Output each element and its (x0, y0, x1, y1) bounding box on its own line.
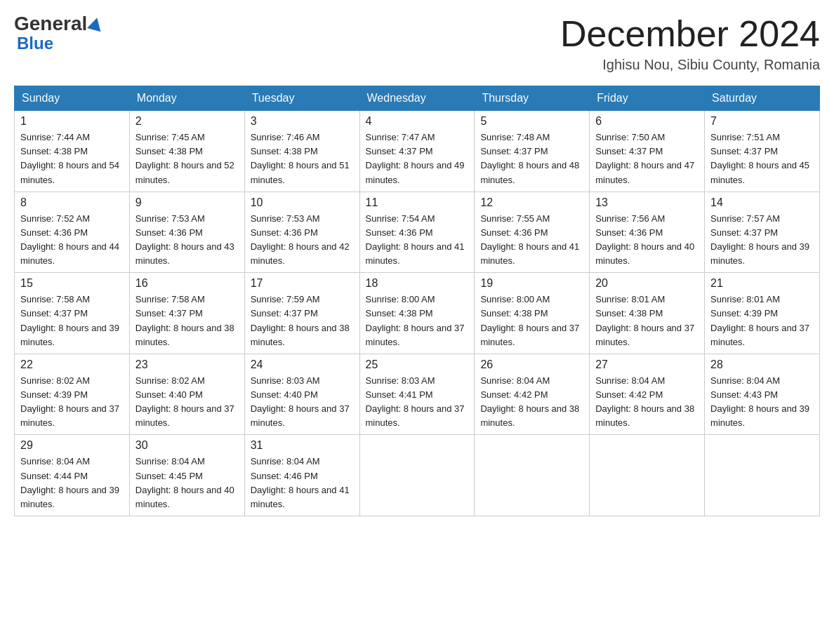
day-number: 20 (595, 277, 699, 290)
day-number: 27 (595, 358, 699, 371)
day-number: 24 (251, 358, 354, 371)
day-info: Sunrise: 7:46 AMSunset: 4:38 PMDaylight:… (251, 130, 354, 187)
day-info: Sunrise: 7:52 AMSunset: 4:36 PMDaylight:… (20, 212, 124, 269)
calendar-cell: 25Sunrise: 8:03 AMSunset: 4:41 PMDayligh… (359, 354, 475, 435)
calendar-cell: 24Sunrise: 8:03 AMSunset: 4:40 PMDayligh… (244, 354, 359, 435)
day-info: Sunrise: 8:04 AMSunset: 4:44 PMDaylight:… (20, 455, 124, 511)
day-number: 28 (710, 358, 814, 371)
week-row-5: 29Sunrise: 8:04 AMSunset: 4:44 PMDayligh… (15, 435, 820, 516)
day-number: 4 (366, 115, 469, 128)
day-number: 6 (595, 115, 699, 128)
day-number: 5 (480, 115, 583, 128)
calendar-cell: 12Sunrise: 7:55 AMSunset: 4:36 PMDayligh… (475, 192, 590, 273)
page-header: General Blue December 2024 Ighisu Nou, S… (14, 14, 820, 73)
calendar-cell: 13Sunrise: 7:56 AMSunset: 4:36 PMDayligh… (590, 192, 705, 273)
column-header-saturday: Saturday (705, 86, 820, 111)
calendar-table: SundayMondayTuesdayWednesdayThursdayFrid… (14, 86, 820, 516)
calendar-cell: 6Sunrise: 7:50 AMSunset: 4:37 PMDaylight… (590, 111, 705, 192)
day-number: 14 (710, 196, 814, 209)
day-info: Sunrise: 7:51 AMSunset: 4:37 PMDaylight:… (710, 130, 814, 187)
day-info: Sunrise: 7:59 AMSunset: 4:37 PMDaylight:… (251, 293, 354, 349)
calendar-cell: 31Sunrise: 8:04 AMSunset: 4:46 PMDayligh… (244, 435, 359, 516)
day-number: 19 (480, 277, 583, 290)
day-info: Sunrise: 7:53 AMSunset: 4:36 PMDaylight:… (135, 212, 239, 269)
calendar-cell: 22Sunrise: 8:02 AMSunset: 4:39 PMDayligh… (15, 354, 130, 435)
day-number: 30 (135, 439, 239, 452)
location-subtitle: Ighisu Nou, Sibiu County, Romania (560, 57, 820, 73)
day-info: Sunrise: 7:50 AMSunset: 4:37 PMDaylight:… (595, 130, 699, 187)
day-number: 26 (480, 358, 583, 371)
day-number: 11 (366, 196, 469, 209)
day-info: Sunrise: 7:53 AMSunset: 4:36 PMDaylight:… (251, 212, 354, 269)
calendar-cell: 29Sunrise: 8:04 AMSunset: 4:44 PMDayligh… (15, 435, 130, 516)
calendar-cell: 26Sunrise: 8:04 AMSunset: 4:42 PMDayligh… (475, 354, 590, 435)
day-info: Sunrise: 8:04 AMSunset: 4:45 PMDaylight:… (135, 455, 239, 511)
day-number: 2 (135, 115, 239, 128)
day-number: 17 (251, 277, 354, 290)
logo: General Blue (14, 14, 104, 53)
day-number: 9 (135, 196, 239, 209)
calendar-header-row: SundayMondayTuesdayWednesdayThursdayFrid… (15, 86, 820, 111)
day-number: 23 (135, 358, 239, 371)
calendar-cell: 7Sunrise: 7:51 AMSunset: 4:37 PMDaylight… (705, 111, 820, 192)
column-header-sunday: Sunday (15, 86, 130, 111)
calendar-cell: 5Sunrise: 7:48 AMSunset: 4:37 PMDaylight… (475, 111, 590, 192)
logo-blue-label: Blue (17, 34, 53, 53)
calendar-cell: 27Sunrise: 8:04 AMSunset: 4:42 PMDayligh… (590, 354, 705, 435)
day-number: 25 (366, 358, 469, 371)
calendar-cell: 11Sunrise: 7:54 AMSunset: 4:36 PMDayligh… (359, 192, 475, 273)
calendar-cell (359, 435, 475, 516)
calendar-cell: 9Sunrise: 7:53 AMSunset: 4:36 PMDaylight… (129, 192, 244, 273)
day-number: 12 (480, 196, 583, 209)
day-number: 3 (251, 115, 354, 128)
column-header-tuesday: Tuesday (244, 86, 359, 111)
day-number: 7 (710, 115, 814, 128)
day-info: Sunrise: 8:00 AMSunset: 4:38 PMDaylight:… (366, 293, 469, 349)
calendar-cell: 16Sunrise: 7:58 AMSunset: 4:37 PMDayligh… (129, 273, 244, 354)
calendar-cell: 8Sunrise: 7:52 AMSunset: 4:36 PMDaylight… (15, 192, 130, 273)
day-info: Sunrise: 8:04 AMSunset: 4:43 PMDaylight:… (710, 374, 814, 431)
logo-blue-text (87, 18, 104, 30)
week-row-2: 8Sunrise: 7:52 AMSunset: 4:36 PMDaylight… (15, 192, 820, 273)
day-info: Sunrise: 7:48 AMSunset: 4:37 PMDaylight:… (480, 130, 583, 187)
column-header-wednesday: Wednesday (359, 86, 475, 111)
calendar-cell (475, 435, 590, 516)
day-number: 13 (595, 196, 699, 209)
calendar-cell: 4Sunrise: 7:47 AMSunset: 4:37 PMDaylight… (359, 111, 475, 192)
day-number: 8 (20, 196, 124, 209)
calendar-cell: 15Sunrise: 7:58 AMSunset: 4:37 PMDayligh… (15, 273, 130, 354)
day-info: Sunrise: 7:47 AMSunset: 4:37 PMDaylight:… (366, 130, 469, 187)
calendar-cell: 30Sunrise: 8:04 AMSunset: 4:45 PMDayligh… (129, 435, 244, 516)
day-number: 29 (20, 439, 124, 452)
calendar-cell: 3Sunrise: 7:46 AMSunset: 4:38 PMDaylight… (244, 111, 359, 192)
title-area: December 2024 Ighisu Nou, Sibiu County, … (560, 14, 820, 73)
logo-general-text: General (14, 14, 87, 34)
day-info: Sunrise: 8:02 AMSunset: 4:39 PMDaylight:… (20, 374, 124, 431)
day-info: Sunrise: 8:01 AMSunset: 4:38 PMDaylight:… (595, 293, 699, 349)
day-info: Sunrise: 7:45 AMSunset: 4:38 PMDaylight:… (135, 130, 239, 187)
day-info: Sunrise: 7:57 AMSunset: 4:37 PMDaylight:… (710, 212, 814, 269)
day-info: Sunrise: 7:56 AMSunset: 4:36 PMDaylight:… (595, 212, 699, 269)
day-number: 10 (251, 196, 354, 209)
day-info: Sunrise: 8:03 AMSunset: 4:40 PMDaylight:… (251, 374, 354, 431)
day-info: Sunrise: 8:03 AMSunset: 4:41 PMDaylight:… (366, 374, 469, 431)
day-number: 1 (20, 115, 124, 128)
day-number: 16 (135, 277, 239, 290)
day-info: Sunrise: 8:04 AMSunset: 4:46 PMDaylight:… (251, 455, 354, 511)
week-row-3: 15Sunrise: 7:58 AMSunset: 4:37 PMDayligh… (15, 273, 820, 354)
calendar-cell: 21Sunrise: 8:01 AMSunset: 4:39 PMDayligh… (705, 273, 820, 354)
day-number: 18 (366, 277, 469, 290)
day-info: Sunrise: 8:04 AMSunset: 4:42 PMDaylight:… (480, 374, 583, 431)
week-row-4: 22Sunrise: 8:02 AMSunset: 4:39 PMDayligh… (15, 354, 820, 435)
calendar-cell: 18Sunrise: 8:00 AMSunset: 4:38 PMDayligh… (359, 273, 475, 354)
day-info: Sunrise: 7:54 AMSunset: 4:36 PMDaylight:… (366, 212, 469, 269)
calendar-cell: 20Sunrise: 8:01 AMSunset: 4:38 PMDayligh… (590, 273, 705, 354)
calendar-cell (705, 435, 820, 516)
day-number: 15 (20, 277, 124, 290)
day-info: Sunrise: 7:58 AMSunset: 4:37 PMDaylight:… (135, 293, 239, 349)
column-header-thursday: Thursday (475, 86, 590, 111)
calendar-cell: 14Sunrise: 7:57 AMSunset: 4:37 PMDayligh… (705, 192, 820, 273)
calendar-cell: 10Sunrise: 7:53 AMSunset: 4:36 PMDayligh… (244, 192, 359, 273)
column-header-friday: Friday (590, 86, 705, 111)
day-number: 31 (251, 439, 354, 452)
